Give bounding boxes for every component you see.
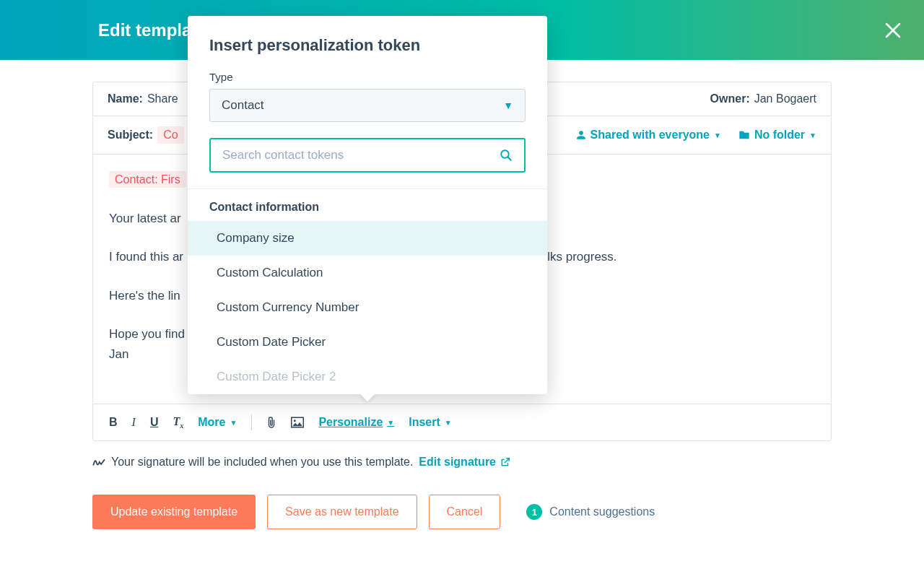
chevron-down-icon: ▼ <box>503 100 513 111</box>
owner-label: Owner: <box>710 92 750 105</box>
token-list: Contact information Company size Custom … <box>188 188 547 394</box>
close-icon[interactable] <box>885 22 901 38</box>
personalize-dropdown[interactable]: Personalize▼ <box>318 416 394 429</box>
save-new-template-button[interactable]: Save as new template <box>267 495 417 529</box>
name-value[interactable]: Share <box>147 92 178 105</box>
attachment-icon[interactable] <box>266 416 276 429</box>
update-template-button[interactable]: Update existing template <box>92 495 256 529</box>
suggestions-label: Content suggestions <box>549 505 655 518</box>
personalization-popover: Insert personalization token Type Contac… <box>188 16 547 394</box>
actions-row: Update existing template Save as new tem… <box>92 495 832 529</box>
type-label: Type <box>209 71 526 83</box>
shared-with-label: Shared with everyone <box>590 129 710 142</box>
italic-button[interactable]: I <box>132 416 136 429</box>
search-field[interactable] <box>222 148 500 162</box>
bold-button[interactable]: B <box>109 416 118 429</box>
underline-button[interactable]: U <box>150 416 159 429</box>
chevron-down-icon: ▼ <box>230 419 237 427</box>
signature-text: Your signature will be included when you… <box>111 456 413 469</box>
external-link-icon <box>500 457 510 467</box>
token-search-input[interactable] <box>209 138 526 173</box>
svg-point-1 <box>294 419 296 422</box>
chevron-down-icon: ▼ <box>387 419 394 427</box>
chevron-down-icon: ▼ <box>809 131 816 139</box>
type-select[interactable]: Contact ▼ <box>209 89 526 122</box>
signature-icon <box>92 456 105 468</box>
user-icon <box>576 130 586 140</box>
more-dropdown[interactable]: More▼ <box>198 416 237 429</box>
popover-arrow <box>359 393 376 401</box>
image-icon[interactable] <box>291 417 304 428</box>
clear-format-button[interactable]: Tx <box>173 415 183 430</box>
popover-title: Insert personalization token <box>209 36 526 55</box>
chevron-down-icon: ▼ <box>714 131 721 139</box>
suggestions-count-badge: 1 <box>526 504 542 520</box>
subject-label: Subject: <box>108 129 153 142</box>
cancel-button[interactable]: Cancel <box>429 495 501 529</box>
token-item[interactable]: Custom Date Picker 2 <box>188 360 547 394</box>
owner-value: Jan Bogaert <box>754 92 816 105</box>
search-icon <box>500 149 513 162</box>
folder-dropdown[interactable]: No folder ▼ <box>738 129 816 142</box>
token-group-header: Contact information <box>188 189 547 221</box>
subject-token-chip[interactable]: Co <box>157 126 183 144</box>
shared-with-dropdown[interactable]: Shared with everyone ▼ <box>576 129 721 142</box>
type-select-value: Contact <box>222 98 264 113</box>
body-token-chip[interactable]: Contact: Firs <box>109 171 186 188</box>
token-item[interactable]: Company size <box>188 221 547 256</box>
edit-signature-link[interactable]: Edit signature <box>419 456 510 469</box>
folder-icon <box>738 130 750 140</box>
content-suggestions[interactable]: 1 Content suggestions <box>526 504 655 520</box>
token-item[interactable]: Custom Date Picker <box>188 325 547 360</box>
insert-dropdown[interactable]: Insert▼ <box>409 416 451 429</box>
signature-row: Your signature will be included when you… <box>92 456 832 469</box>
separator <box>251 414 252 430</box>
name-label: Name: <box>108 92 143 105</box>
editor-toolbar: B I U Tx More▼ Personalize▼ Insert▼ <box>93 404 831 440</box>
folder-label: No folder <box>754 129 805 142</box>
chevron-down-icon: ▼ <box>445 419 452 427</box>
token-item[interactable]: Custom Calculation <box>188 256 547 290</box>
token-item[interactable]: Custom Currency Number <box>188 290 547 325</box>
